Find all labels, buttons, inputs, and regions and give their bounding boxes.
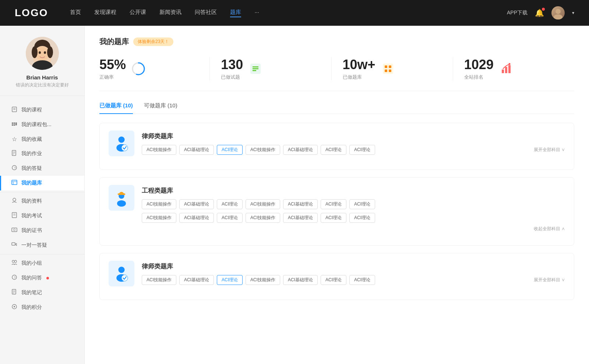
banks-grid-icon — [381, 61, 395, 76]
nav-link-home[interactable]: 首页 — [70, 9, 81, 17]
sidebar-item-qbank[interactable]: 我的题库 — [0, 176, 84, 190]
profile-avatar — [26, 37, 59, 70]
tag-1-7[interactable]: ACI理论 — [349, 145, 375, 155]
tag-3-6[interactable]: ACI理论 — [321, 275, 346, 285]
sidebar-item-homework[interactable]: 我的作业 — [0, 146, 84, 161]
tag-2-8[interactable]: ACI技能操作 — [142, 213, 176, 223]
qbank-icon — [11, 179, 18, 187]
tag-3-3[interactable]: ACI理论 — [217, 275, 243, 285]
nav-link-more[interactable]: ··· — [254, 9, 259, 17]
notification-bell[interactable]: 🔔 — [535, 8, 544, 17]
tag-1-6[interactable]: ACI理论 — [321, 145, 346, 155]
lawyer-bank-icon-2 — [109, 261, 134, 286]
svg-point-33 — [14, 229, 15, 231]
sidebar-item-tutor[interactable]: 一对一答疑 — [0, 238, 84, 253]
svg-point-1 — [554, 14, 562, 19]
tag-2-2[interactable]: ACI基础理论 — [179, 199, 214, 209]
tag-2-1[interactable]: ACI技能操作 — [142, 199, 176, 209]
sidebar-label-certificate: 我的证书 — [21, 227, 42, 234]
sidebar-item-group[interactable]: 我的小组 — [0, 256, 84, 271]
svg-point-64 — [117, 200, 126, 207]
nav-link-open[interactable]: 公开课 — [130, 9, 146, 17]
qbank-card-lawyer-1: 律师类题库 ACI技能操作 ACI基础理论 ACI理论 ACI技能操作 ACI基… — [99, 123, 574, 170]
profile-section: Brian Harris 错误的决定比没有决定要好 — [0, 37, 84, 96]
app-download-button[interactable]: APP下载 — [507, 10, 528, 16]
engineer-bank-icon — [109, 185, 134, 211]
svg-point-59 — [508, 63, 510, 65]
tag-row-3: ACI技能操作 ACI基础理论 ACI理论 ACI技能操作 ACI基础理论 AC… — [142, 275, 565, 285]
sidebar-label-tutor: 一对一答疑 — [21, 242, 47, 249]
tag-2-6[interactable]: ACI理论 — [321, 199, 346, 209]
sidebar-item-points[interactable]: 我的积分 — [0, 300, 84, 315]
certificate-icon — [11, 227, 18, 234]
avatar-image — [551, 6, 565, 19]
tag-3-2[interactable]: ACI基础理论 — [179, 275, 214, 285]
svg-point-60 — [118, 136, 124, 143]
sidebar-item-profile[interactable]: 我的资料 — [0, 194, 84, 208]
tag-3-7[interactable]: ACI理论 — [349, 275, 375, 285]
accuracy-circle-icon — [131, 61, 146, 76]
svg-rect-54 — [385, 69, 387, 72]
svg-point-66 — [118, 267, 124, 273]
svg-point-9 — [44, 51, 46, 54]
stat-accuracy-info: 55% 正确率 — [99, 57, 126, 81]
tag-2-14[interactable]: ACI理论 — [349, 213, 375, 223]
tag-1-4[interactable]: ACI技能操作 — [246, 145, 280, 155]
sidebar-label-answers: 我的答疑 — [21, 165, 42, 172]
profile-chevron-icon[interactable]: ▾ — [572, 10, 574, 15]
sidebar-label-group: 我的小组 — [21, 260, 42, 267]
svg-rect-16 — [12, 124, 13, 126]
tag-1-1[interactable]: ACI技能操作 — [142, 145, 176, 155]
nav-link-qa[interactable]: 问答社区 — [195, 9, 217, 17]
tag-2-10[interactable]: ACI理论 — [217, 213, 243, 223]
nav-link-news[interactable]: 新闻资讯 — [159, 9, 181, 17]
nav-link-qbank[interactable]: 题库 — [230, 9, 241, 17]
tag-3-5[interactable]: ACI基础理论 — [283, 275, 318, 285]
tag-2-9[interactable]: ACI基础理论 — [179, 213, 214, 223]
tab-available-banks[interactable]: 可做题库 (10) — [144, 102, 177, 114]
svg-rect-56 — [502, 69, 504, 73]
collapse-link[interactable]: 收起全部科目 ∧ — [142, 226, 565, 232]
sidebar-menu: 我的课程 我的课程包... ☆ 我的收藏 我的作业 ? — [0, 100, 84, 318]
tag-2-3[interactable]: ACI理论 — [217, 199, 243, 209]
expand-link-1[interactable]: 展开全部科目 ∨ — [534, 147, 565, 153]
sidebar-item-exam[interactable]: 我的考试 — [0, 208, 84, 223]
tag-3-1[interactable]: ACI技能操作 — [142, 275, 176, 285]
tag-2-4[interactable]: ACI技能操作 — [246, 199, 280, 209]
svg-point-7 — [47, 46, 53, 58]
tag-1-3[interactable]: ACI理论 — [217, 145, 243, 155]
expand-link-3[interactable]: 展开全部科目 ∨ — [534, 277, 565, 283]
svg-point-5 — [36, 46, 49, 61]
page-header: 我的题库 体验剩余23天！ — [99, 37, 574, 47]
nav-link-discover[interactable]: 发现课程 — [94, 9, 116, 17]
stat-accuracy-value: 55% — [99, 57, 126, 72]
sidebar-label-qbank: 我的题库 — [21, 180, 42, 186]
tag-3-4[interactable]: ACI技能操作 — [246, 275, 280, 285]
tab-done-banks[interactable]: 已做题库 (10) — [99, 102, 133, 114]
svg-rect-53 — [389, 65, 391, 68]
tag-2-12[interactable]: ACI基础理论 — [283, 213, 318, 223]
tag-2-13[interactable]: ACI理论 — [321, 213, 346, 223]
stat-done-banks: 10w+ 已做题库 — [332, 57, 453, 81]
sidebar-label-homework: 我的作业 — [21, 150, 42, 157]
svg-rect-32 — [12, 228, 17, 232]
avatar[interactable] — [551, 6, 565, 19]
packages-icon — [11, 121, 18, 128]
sidebar-item-courses[interactable]: 我的课程 — [0, 103, 84, 117]
tag-2-7[interactable]: ACI理论 — [349, 199, 375, 209]
svg-rect-14 — [12, 122, 13, 124]
tag-1-2[interactable]: ACI基础理论 — [179, 145, 214, 155]
tag-2-11[interactable]: ACI技能操作 — [246, 213, 280, 223]
tag-2-5[interactable]: ACI基础理论 — [283, 199, 318, 209]
stat-ranking-info: 1029 全站排名 — [464, 57, 494, 81]
sidebar-item-answers[interactable]: ? 我的答疑 — [0, 161, 84, 176]
tag-1-5[interactable]: ACI基础理论 — [283, 145, 318, 155]
svg-point-0 — [556, 9, 561, 14]
sidebar-item-packages[interactable]: 我的课程包... — [0, 117, 84, 132]
sidebar-item-favorites[interactable]: ☆ 我的收藏 — [0, 132, 84, 146]
sidebar-item-notes[interactable]: 我的笔记 — [0, 285, 84, 300]
tag-row-2-1: ACI技能操作 ACI基础理论 ACI理论 ACI技能操作 ACI基础理论 AC… — [142, 199, 565, 209]
sidebar-item-myqa[interactable]: ? 我的问答 — [0, 271, 84, 285]
stat-done-questions-label: 已做试题 — [221, 74, 243, 81]
sidebar-item-certificate[interactable]: 我的证书 — [0, 223, 84, 238]
